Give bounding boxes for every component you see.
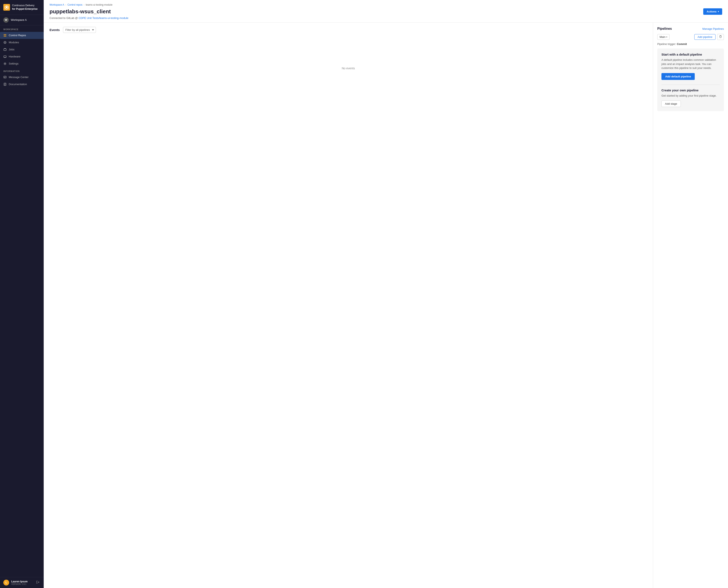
events-label: Events xyxy=(49,28,60,31)
user-info: L Lauren Ipsum VERSION: 2.8.1 xyxy=(3,580,28,586)
default-pipeline-desc: A default pipeline includes common valid… xyxy=(661,58,720,70)
pipelines-header: Pipelines Manage Pipelines xyxy=(657,27,724,30)
add-pipeline-button[interactable]: Add pipeline xyxy=(694,34,715,40)
delete-pipeline-button[interactable] xyxy=(717,34,724,40)
svg-rect-11 xyxy=(4,56,6,58)
sidebar-item-label-hardware: Hardware xyxy=(9,55,20,58)
sidebar-item-documentation[interactable]: Documentation xyxy=(0,81,44,88)
sidebar-item-modules[interactable]: Modules xyxy=(0,39,44,46)
svg-rect-7 xyxy=(5,36,6,37)
pipeline-trigger-value: Commit xyxy=(677,42,687,46)
page-title: puppetlabs-wsus_client xyxy=(49,8,111,15)
sidebar-item-hardware[interactable]: Hardware xyxy=(0,53,44,60)
pipeline-card-divider xyxy=(661,84,720,85)
modules-icon xyxy=(3,41,7,44)
sidebar-bottom: L Lauren Ipsum VERSION: 2.8.1 xyxy=(0,577,44,588)
custom-pipeline-section: Create your own pipeline Get started by … xyxy=(661,88,720,107)
sidebar-item-settings[interactable]: Settings xyxy=(0,60,44,67)
svg-point-3 xyxy=(6,6,7,8)
custom-pipeline-title: Create your own pipeline xyxy=(661,88,720,92)
branch-chevron-icon: ▾ xyxy=(666,36,667,38)
page-header: Workspace A › Control repos › teams-ui-t… xyxy=(44,0,728,23)
breadcrumb: Workspace A › Control repos › teams-ui-t… xyxy=(49,3,722,6)
pipelines-title: Pipelines xyxy=(657,27,672,30)
info-section-label: INFORMATION xyxy=(0,67,44,74)
svg-point-12 xyxy=(5,63,5,64)
info-nav: Message Center Documentation xyxy=(0,74,44,88)
pipeline-filter-dropdown[interactable]: Filter by all pipelines xyxy=(63,27,96,33)
branch-name: Main xyxy=(660,35,665,39)
sidebar-item-label-jobs: Jobs xyxy=(9,48,14,51)
workspace-section-label: WORKSPACE xyxy=(0,25,44,32)
workspace-selector[interactable]: W Workspace A xyxy=(0,15,44,25)
user-avatar: L xyxy=(3,580,9,586)
user-details: Lauren Ipsum VERSION: 2.8.1 xyxy=(11,580,28,585)
breadcrumb-sep-1: › xyxy=(65,3,66,6)
workspace-avatar: W xyxy=(3,17,9,23)
sidebar-item-label-message-center: Message Center xyxy=(9,76,28,79)
branch-selector[interactable]: Main ▾ xyxy=(657,34,669,40)
content-area: Events Filter by all pipelines No events… xyxy=(44,23,728,588)
main-content: Workspace A › Control repos › teams-ui-t… xyxy=(44,0,728,588)
app-title-line1: Continuous Delivery xyxy=(12,4,34,7)
actions-button[interactable]: Actions ▾ xyxy=(703,8,722,15)
manage-pipelines-link[interactable]: Manage Pipelines xyxy=(702,27,724,30)
add-default-pipeline-button[interactable]: Add default pipeline xyxy=(661,73,695,80)
events-header: Events Filter by all pipelines xyxy=(49,27,647,33)
pipeline-trigger-text: Pipeline trigger: Commit xyxy=(657,42,724,46)
hardware-icon xyxy=(3,55,7,58)
pipeline-card: Start with a default pipeline A default … xyxy=(657,48,724,111)
breadcrumb-sep-2: › xyxy=(84,3,85,6)
message-center-icon xyxy=(3,76,7,79)
breadcrumb-workspace[interactable]: Workspace A xyxy=(49,3,64,6)
sidebar-item-jobs[interactable]: Jobs xyxy=(0,46,44,53)
events-empty-state: No events xyxy=(49,37,647,100)
app-logo: Continuous Delivery for Puppet Enterpris… xyxy=(0,0,44,15)
svg-point-9 xyxy=(5,42,5,43)
chevron-down-icon: ▾ xyxy=(718,10,719,13)
puppet-logo-icon xyxy=(3,4,10,10)
custom-pipeline-desc: Get started by adding your first pipelin… xyxy=(661,94,720,98)
page-title-row: puppetlabs-wsus_client Actions ▾ xyxy=(49,8,722,15)
control-repos-icon xyxy=(3,34,7,37)
page-subtitle: Connected to GitLab @ CDPE Unit Tests/te… xyxy=(49,17,722,20)
breadcrumb-current: teams-ui-testing-module xyxy=(86,3,112,6)
default-pipeline-section: Start with a default pipeline A default … xyxy=(661,52,720,80)
pipeline-branch-row: Main ▾ Add pipeline xyxy=(657,34,724,40)
sidebar-item-label-documentation: Documentation xyxy=(9,83,27,86)
add-stage-button[interactable]: Add stage xyxy=(661,101,681,107)
user-name: Lauren Ipsum xyxy=(11,580,28,583)
workspace-name: Workspace A xyxy=(11,18,27,21)
pipelines-panel: Pipelines Manage Pipelines Main ▾ Add pi… xyxy=(653,23,728,588)
svg-rect-5 xyxy=(5,34,6,35)
sidebar-item-label-settings: Settings xyxy=(9,62,19,65)
sidebar-item-label-control-repos: Control Repos xyxy=(9,34,26,37)
settings-icon xyxy=(3,62,7,65)
events-panel: Events Filter by all pipelines No events xyxy=(44,23,653,588)
sidebar: Continuous Delivery for Puppet Enterpris… xyxy=(0,0,44,588)
svg-rect-6 xyxy=(4,36,5,37)
svg-rect-4 xyxy=(4,34,5,35)
jobs-icon xyxy=(3,48,7,51)
user-version: VERSION: 2.8.1 xyxy=(11,583,28,585)
app-title-line2: for Puppet Enterprise xyxy=(12,7,38,10)
svg-rect-10 xyxy=(4,49,6,50)
logout-button[interactable] xyxy=(35,580,40,586)
gitlab-link[interactable]: CDPE Unit Tests/teams-ui-testing-module xyxy=(79,17,129,20)
sidebar-item-message-center[interactable]: Message Center xyxy=(0,74,44,81)
breadcrumb-control-repos[interactable]: Control repos xyxy=(67,3,82,6)
sidebar-item-control-repos[interactable]: Control Repos xyxy=(0,32,44,39)
sidebar-item-label-modules: Modules xyxy=(9,41,19,44)
documentation-icon xyxy=(3,83,7,86)
workspace-nav: Control Repos Modules Jobs xyxy=(0,32,44,67)
default-pipeline-title: Start with a default pipeline xyxy=(661,52,720,56)
